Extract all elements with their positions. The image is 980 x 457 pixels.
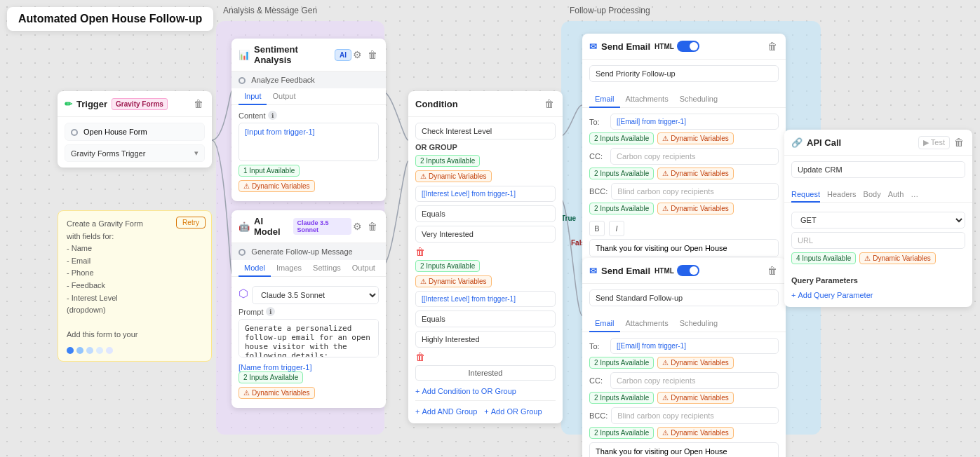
api-call-card: 🔗 API Call ▶ Test 🗑 Request Headers Body… xyxy=(784,130,972,307)
tab-more[interactable]: … xyxy=(911,187,918,203)
italic-btn-priority[interactable]: I xyxy=(609,221,624,236)
bold-btn-priority[interactable]: B xyxy=(589,221,605,236)
api-delete-btn[interactable]: 🗑 xyxy=(953,135,965,149)
standard-bcc-dynamic: ⚠ Dynamic Variables xyxy=(657,427,734,439)
ai-model-title: 🤖 AI Model Claude 3.5 Sonnet xyxy=(239,216,351,237)
tab-auth[interactable]: Auth xyxy=(888,187,904,203)
tab-attachments-priority[interactable]: Attachments xyxy=(620,91,674,108)
sentiment-inputs-row: 1 Input Available ⚠ Dynamic Variables xyxy=(239,165,379,192)
radio-dot xyxy=(71,129,78,136)
tab-scheduling-priority[interactable]: Scheduling xyxy=(674,91,723,108)
api-method-select[interactable]: GET POST PUT DELETE xyxy=(791,212,965,228)
warning-icon-sto: ⚠ xyxy=(662,359,669,367)
priority-to-inputs: 2 Inputs Available ⚠ Dynamic Variables xyxy=(589,132,779,144)
priority-bcc-field[interactable] xyxy=(611,183,779,200)
priority-to-badge: 2 Inputs Available xyxy=(589,132,654,144)
tab-headers[interactable]: Headers xyxy=(827,187,857,203)
interested-label: Interested xyxy=(415,365,556,381)
api-dynamic-badge: ⚠ Dynamic Variables xyxy=(859,252,936,264)
standard-email-tabs: Email Attachments Scheduling xyxy=(582,315,786,332)
condition-g1-operator[interactable]: Equals xyxy=(415,205,556,222)
tab-model[interactable]: Model xyxy=(239,260,271,277)
tab-scheduling-standard[interactable]: Scheduling xyxy=(674,315,723,332)
priority-email-delete-btn[interactable]: 🗑 xyxy=(766,39,779,53)
priority-email-header: ✉ Send Email HTML 🗑 xyxy=(582,34,786,60)
add-and-group-btn[interactable]: + Add AND Group xyxy=(415,405,477,418)
tab-body[interactable]: Body xyxy=(864,187,881,203)
add-param-btn[interactable]: + Add Query Parameter xyxy=(791,289,873,301)
sentiment-content-field[interactable]: [Input from trigger-1] xyxy=(239,123,379,161)
plus-icon-or: + xyxy=(484,407,488,416)
condition-g1-field[interactable] xyxy=(415,186,556,202)
condition-g2-operator[interactable]: Equals xyxy=(415,311,556,327)
priority-cc-inputs: 2 Inputs Available ⚠ Dynamic Variables xyxy=(589,168,779,179)
retry-btn[interactable]: Retry xyxy=(176,217,206,228)
condition-g1-delete[interactable]: 🗑 xyxy=(415,246,425,257)
tab-input[interactable]: Input xyxy=(239,88,267,105)
priority-cc-dynamic: ⚠ Dynamic Variables xyxy=(657,168,734,179)
priority-to-field[interactable] xyxy=(610,114,779,130)
standard-bcc-inputs: 2 Inputs Available ⚠ Dynamic Variables xyxy=(589,427,779,439)
condition-card: Condition 🗑 OR GROUP 2 Inputs Available … xyxy=(408,91,563,423)
priority-cc-field[interactable] xyxy=(610,148,779,165)
standard-body-field[interactable]: Thank you for visiting our Open House xyxy=(589,442,779,457)
api-test-btn[interactable]: ▶ Test xyxy=(918,136,950,149)
ai-model-icon-row: ⬡ Claude 3.5 Sonnet xyxy=(239,282,379,304)
model-select[interactable]: Claude 3.5 Sonnet xyxy=(252,286,379,304)
add-condition-btn[interactable]: + Add Condition to OR Group xyxy=(415,385,516,397)
condition-g2-field[interactable] xyxy=(415,291,556,307)
tab-email-priority[interactable]: Email xyxy=(589,91,620,108)
condition-delete-btn[interactable]: 🗑 xyxy=(543,97,556,111)
condition-header: Condition 🗑 xyxy=(408,91,563,117)
standard-email-delete-btn[interactable]: 🗑 xyxy=(766,264,779,278)
tab-images[interactable]: Images xyxy=(271,260,307,277)
sentiment-actions: ⚙ 🗑 xyxy=(351,48,379,62)
priority-email-fields: To: 2 Inputs Available ⚠ Dynamic Variabl… xyxy=(582,108,786,282)
tab-attachments-standard[interactable]: Attachments xyxy=(620,315,674,332)
priority-email-tabs: Email Attachments Scheduling xyxy=(582,91,786,108)
tab-email-standard[interactable]: Email xyxy=(589,315,620,332)
ai-model-gear-btn[interactable]: ⚙ xyxy=(351,219,363,233)
standard-toggle[interactable] xyxy=(677,265,699,276)
condition-g2-dynamic: ⚠ Dynamic Variables xyxy=(415,275,492,287)
api-url-field[interactable] xyxy=(791,232,965,249)
canvas: Analysis & Message Gen Follow-up Process… xyxy=(0,0,980,457)
tab-request[interactable]: Request xyxy=(791,187,820,203)
condition-g1-inputs: 2 Inputs Available xyxy=(415,155,480,167)
sentiment-title: 📊 Sentiment Analysis AI xyxy=(239,44,351,65)
standard-email-title: ✉ Send Email HTML xyxy=(589,265,699,276)
condition-g2-delete[interactable]: 🗑 xyxy=(415,351,425,362)
sentiment-delete-btn[interactable]: 🗑 xyxy=(366,48,379,62)
standard-cc-row: CC: xyxy=(589,372,779,389)
ai-model-card: 🤖 AI Model Claude 3.5 Sonnet ⚙ 🗑 Generat… xyxy=(231,210,386,408)
sentiment-gear-btn[interactable]: ⚙ xyxy=(351,48,363,62)
condition-g2-value[interactable] xyxy=(415,331,556,348)
tab-settings[interactable]: Settings xyxy=(307,260,347,277)
standard-bcc-field[interactable] xyxy=(611,407,779,424)
ai-model-badge: Claude 3.5 Sonnet xyxy=(293,218,351,235)
warning-icon-pcc: ⚠ xyxy=(662,170,669,177)
dot-row xyxy=(67,347,203,354)
api-name-field[interactable] xyxy=(791,161,965,178)
condition-add-row: + Add AND Group + Add OR Group xyxy=(415,400,556,418)
tab-output[interactable]: Output xyxy=(347,260,381,277)
priority-body-field[interactable]: Thank you for visiting our Open House xyxy=(589,239,779,257)
priority-toggle[interactable] xyxy=(677,41,699,52)
trigger-header: ✏ Trigger Gravity Forms 🗑 xyxy=(58,91,212,117)
standard-cc-dynamic: ⚠ Dynamic Variables xyxy=(657,392,734,404)
standard-cc-field[interactable] xyxy=(610,372,779,389)
condition-g1-value[interactable] xyxy=(415,226,556,243)
condition-check-field[interactable] xyxy=(415,123,556,139)
trigger-delete-btn[interactable]: 🗑 xyxy=(192,97,205,111)
ai-model-delete-btn[interactable]: 🗑 xyxy=(366,219,379,233)
standard-email-subject[interactable] xyxy=(589,289,779,306)
add-or-group-btn[interactable]: + Add OR Group xyxy=(484,405,542,418)
priority-email-subject[interactable] xyxy=(589,65,779,82)
ai-icon: 🤖 xyxy=(239,221,250,232)
api-call-name-body xyxy=(784,156,972,187)
prompt-textarea[interactable]: Generate a personalized follow-up email … xyxy=(239,319,379,357)
standard-to-field[interactable] xyxy=(610,338,779,354)
add-param-row: + Add Query Parameter xyxy=(784,286,972,307)
tab-output[interactable]: Output xyxy=(267,88,301,105)
warning-icon-sbcc: ⚠ xyxy=(662,429,669,437)
